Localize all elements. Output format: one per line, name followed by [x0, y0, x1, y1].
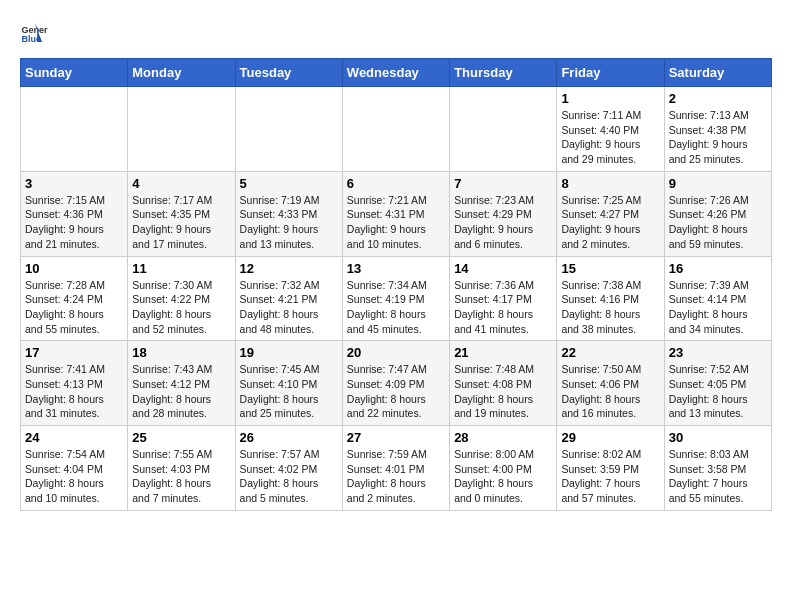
day-info: Sunrise: 7:19 AM Sunset: 4:33 PM Dayligh… — [240, 193, 338, 252]
week-row-1: 1Sunrise: 7:11 AM Sunset: 4:40 PM Daylig… — [21, 87, 772, 172]
header-cell-saturday: Saturday — [664, 59, 771, 87]
page-header: General Blue — [20, 20, 772, 48]
day-info: Sunrise: 7:21 AM Sunset: 4:31 PM Dayligh… — [347, 193, 445, 252]
day-info: Sunrise: 7:48 AM Sunset: 4:08 PM Dayligh… — [454, 362, 552, 421]
day-cell — [450, 87, 557, 172]
day-number: 10 — [25, 261, 123, 276]
day-info: Sunrise: 8:03 AM Sunset: 3:58 PM Dayligh… — [669, 447, 767, 506]
day-info: Sunrise: 7:23 AM Sunset: 4:29 PM Dayligh… — [454, 193, 552, 252]
day-number: 15 — [561, 261, 659, 276]
day-cell: 12Sunrise: 7:32 AM Sunset: 4:21 PM Dayli… — [235, 256, 342, 341]
day-info: Sunrise: 7:32 AM Sunset: 4:21 PM Dayligh… — [240, 278, 338, 337]
day-number: 11 — [132, 261, 230, 276]
week-row-2: 3Sunrise: 7:15 AM Sunset: 4:36 PM Daylig… — [21, 171, 772, 256]
day-number: 18 — [132, 345, 230, 360]
day-cell: 9Sunrise: 7:26 AM Sunset: 4:26 PM Daylig… — [664, 171, 771, 256]
day-info: Sunrise: 7:47 AM Sunset: 4:09 PM Dayligh… — [347, 362, 445, 421]
day-cell: 10Sunrise: 7:28 AM Sunset: 4:24 PM Dayli… — [21, 256, 128, 341]
day-number: 25 — [132, 430, 230, 445]
header-cell-thursday: Thursday — [450, 59, 557, 87]
day-cell: 30Sunrise: 8:03 AM Sunset: 3:58 PM Dayli… — [664, 426, 771, 511]
day-cell: 15Sunrise: 7:38 AM Sunset: 4:16 PM Dayli… — [557, 256, 664, 341]
day-number: 16 — [669, 261, 767, 276]
day-cell: 24Sunrise: 7:54 AM Sunset: 4:04 PM Dayli… — [21, 426, 128, 511]
day-cell: 18Sunrise: 7:43 AM Sunset: 4:12 PM Dayli… — [128, 341, 235, 426]
day-number: 28 — [454, 430, 552, 445]
day-number: 12 — [240, 261, 338, 276]
day-cell: 19Sunrise: 7:45 AM Sunset: 4:10 PM Dayli… — [235, 341, 342, 426]
day-cell: 5Sunrise: 7:19 AM Sunset: 4:33 PM Daylig… — [235, 171, 342, 256]
day-number: 21 — [454, 345, 552, 360]
header-cell-sunday: Sunday — [21, 59, 128, 87]
day-number: 9 — [669, 176, 767, 191]
day-cell — [235, 87, 342, 172]
day-info: Sunrise: 7:13 AM Sunset: 4:38 PM Dayligh… — [669, 108, 767, 167]
day-info: Sunrise: 8:02 AM Sunset: 3:59 PM Dayligh… — [561, 447, 659, 506]
day-info: Sunrise: 7:52 AM Sunset: 4:05 PM Dayligh… — [669, 362, 767, 421]
day-cell: 27Sunrise: 7:59 AM Sunset: 4:01 PM Dayli… — [342, 426, 449, 511]
day-number: 13 — [347, 261, 445, 276]
calendar-table: SundayMondayTuesdayWednesdayThursdayFrid… — [20, 58, 772, 511]
day-info: Sunrise: 7:11 AM Sunset: 4:40 PM Dayligh… — [561, 108, 659, 167]
day-info: Sunrise: 7:25 AM Sunset: 4:27 PM Dayligh… — [561, 193, 659, 252]
day-info: Sunrise: 7:59 AM Sunset: 4:01 PM Dayligh… — [347, 447, 445, 506]
day-info: Sunrise: 7:54 AM Sunset: 4:04 PM Dayligh… — [25, 447, 123, 506]
day-cell: 28Sunrise: 8:00 AM Sunset: 4:00 PM Dayli… — [450, 426, 557, 511]
day-number: 26 — [240, 430, 338, 445]
day-cell: 1Sunrise: 7:11 AM Sunset: 4:40 PM Daylig… — [557, 87, 664, 172]
day-cell: 25Sunrise: 7:55 AM Sunset: 4:03 PM Dayli… — [128, 426, 235, 511]
header-row: SundayMondayTuesdayWednesdayThursdayFrid… — [21, 59, 772, 87]
day-number: 22 — [561, 345, 659, 360]
day-number: 4 — [132, 176, 230, 191]
day-info: Sunrise: 7:28 AM Sunset: 4:24 PM Dayligh… — [25, 278, 123, 337]
day-cell: 3Sunrise: 7:15 AM Sunset: 4:36 PM Daylig… — [21, 171, 128, 256]
day-cell — [342, 87, 449, 172]
day-cell: 29Sunrise: 8:02 AM Sunset: 3:59 PM Dayli… — [557, 426, 664, 511]
day-info: Sunrise: 7:38 AM Sunset: 4:16 PM Dayligh… — [561, 278, 659, 337]
header-cell-friday: Friday — [557, 59, 664, 87]
day-cell: 23Sunrise: 7:52 AM Sunset: 4:05 PM Dayli… — [664, 341, 771, 426]
day-number: 8 — [561, 176, 659, 191]
day-info: Sunrise: 7:39 AM Sunset: 4:14 PM Dayligh… — [669, 278, 767, 337]
week-row-4: 17Sunrise: 7:41 AM Sunset: 4:13 PM Dayli… — [21, 341, 772, 426]
week-row-3: 10Sunrise: 7:28 AM Sunset: 4:24 PM Dayli… — [21, 256, 772, 341]
header-cell-tuesday: Tuesday — [235, 59, 342, 87]
day-number: 27 — [347, 430, 445, 445]
day-number: 30 — [669, 430, 767, 445]
day-number: 14 — [454, 261, 552, 276]
header-cell-monday: Monday — [128, 59, 235, 87]
day-number: 2 — [669, 91, 767, 106]
day-info: Sunrise: 7:36 AM Sunset: 4:17 PM Dayligh… — [454, 278, 552, 337]
day-info: Sunrise: 7:57 AM Sunset: 4:02 PM Dayligh… — [240, 447, 338, 506]
day-cell: 8Sunrise: 7:25 AM Sunset: 4:27 PM Daylig… — [557, 171, 664, 256]
day-cell: 4Sunrise: 7:17 AM Sunset: 4:35 PM Daylig… — [128, 171, 235, 256]
day-number: 23 — [669, 345, 767, 360]
day-number: 19 — [240, 345, 338, 360]
day-info: Sunrise: 8:00 AM Sunset: 4:00 PM Dayligh… — [454, 447, 552, 506]
day-info: Sunrise: 7:43 AM Sunset: 4:12 PM Dayligh… — [132, 362, 230, 421]
day-info: Sunrise: 7:17 AM Sunset: 4:35 PM Dayligh… — [132, 193, 230, 252]
day-cell: 16Sunrise: 7:39 AM Sunset: 4:14 PM Dayli… — [664, 256, 771, 341]
day-cell: 2Sunrise: 7:13 AM Sunset: 4:38 PM Daylig… — [664, 87, 771, 172]
day-cell: 13Sunrise: 7:34 AM Sunset: 4:19 PM Dayli… — [342, 256, 449, 341]
day-info: Sunrise: 7:15 AM Sunset: 4:36 PM Dayligh… — [25, 193, 123, 252]
week-row-5: 24Sunrise: 7:54 AM Sunset: 4:04 PM Dayli… — [21, 426, 772, 511]
day-info: Sunrise: 7:34 AM Sunset: 4:19 PM Dayligh… — [347, 278, 445, 337]
day-number: 6 — [347, 176, 445, 191]
day-number: 20 — [347, 345, 445, 360]
day-cell: 22Sunrise: 7:50 AM Sunset: 4:06 PM Dayli… — [557, 341, 664, 426]
day-info: Sunrise: 7:55 AM Sunset: 4:03 PM Dayligh… — [132, 447, 230, 506]
logo-icon: General Blue — [20, 20, 48, 48]
day-cell: 20Sunrise: 7:47 AM Sunset: 4:09 PM Dayli… — [342, 341, 449, 426]
day-cell — [21, 87, 128, 172]
day-number: 17 — [25, 345, 123, 360]
day-number: 29 — [561, 430, 659, 445]
day-number: 1 — [561, 91, 659, 106]
logo: General Blue — [20, 20, 52, 48]
day-cell: 6Sunrise: 7:21 AM Sunset: 4:31 PM Daylig… — [342, 171, 449, 256]
day-number: 24 — [25, 430, 123, 445]
day-info: Sunrise: 7:30 AM Sunset: 4:22 PM Dayligh… — [132, 278, 230, 337]
day-number: 3 — [25, 176, 123, 191]
day-cell — [128, 87, 235, 172]
day-number: 7 — [454, 176, 552, 191]
